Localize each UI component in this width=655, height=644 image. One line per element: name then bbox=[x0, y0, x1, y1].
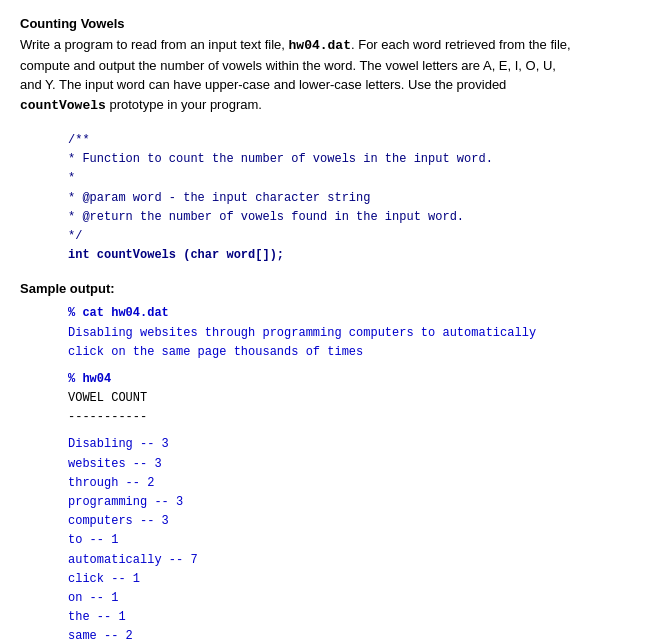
comment-line6: */ bbox=[68, 227, 635, 246]
comment-line2: * Function to count the number of vowels… bbox=[68, 150, 635, 169]
output-row: programming -- 3 bbox=[68, 493, 635, 512]
comment-line4: * @param word - the input character stri… bbox=[68, 189, 635, 208]
desc-line2: compute and output the number of vowels … bbox=[20, 58, 556, 73]
output-row: websites -- 3 bbox=[68, 455, 635, 474]
desc-line1-post: . For each word retrieved from the file, bbox=[351, 37, 571, 52]
comment-line1: /** bbox=[68, 131, 635, 150]
output-row: on -- 1 bbox=[68, 589, 635, 608]
comment-line3: * bbox=[68, 169, 635, 188]
output-separator: ----------- bbox=[68, 408, 635, 427]
function-signature: int countVowels (char word[]); bbox=[68, 246, 635, 265]
output-row: computers -- 3 bbox=[68, 512, 635, 531]
desc-line3: and Y. The input word can have upper-cas… bbox=[20, 77, 506, 92]
output-row: automatically -- 7 bbox=[68, 551, 635, 570]
output-row: the -- 1 bbox=[68, 608, 635, 627]
filename-bold: hw04.dat bbox=[289, 38, 351, 53]
description: Write a program to read from an input te… bbox=[20, 35, 635, 115]
output-header: VOWEL COUNT bbox=[68, 389, 635, 408]
output-rows: Disabling -- 3websites -- 3through -- 2p… bbox=[68, 435, 635, 644]
output-row: click -- 1 bbox=[68, 570, 635, 589]
output-row: Disabling -- 3 bbox=[68, 435, 635, 454]
comment-line5: * @return the number of vowels found in … bbox=[68, 208, 635, 227]
run-cmd: % hw04 bbox=[68, 370, 635, 389]
desc-line1-pre: Write a program to read from an input te… bbox=[20, 37, 289, 52]
prototype-bold: countVowels bbox=[20, 98, 106, 113]
page-title: Counting Vowels bbox=[20, 16, 635, 31]
desc-line4-post: prototype in your program. bbox=[106, 97, 262, 112]
output-row: through -- 2 bbox=[68, 474, 635, 493]
file-content-line1: Disabling websites through programming c… bbox=[68, 324, 635, 343]
sample-output-label: Sample output: bbox=[20, 281, 635, 296]
output-row: to -- 1 bbox=[68, 531, 635, 550]
cat-cmd: % cat hw04.dat bbox=[68, 304, 635, 323]
code-comment-block: /** * Function to count the number of vo… bbox=[68, 131, 635, 265]
output-row: same -- 2 bbox=[68, 627, 635, 644]
file-content-line2: click on the same page thousands of time… bbox=[68, 343, 635, 362]
sample-output-block: % cat hw04.dat Disabling websites throug… bbox=[68, 304, 635, 644]
